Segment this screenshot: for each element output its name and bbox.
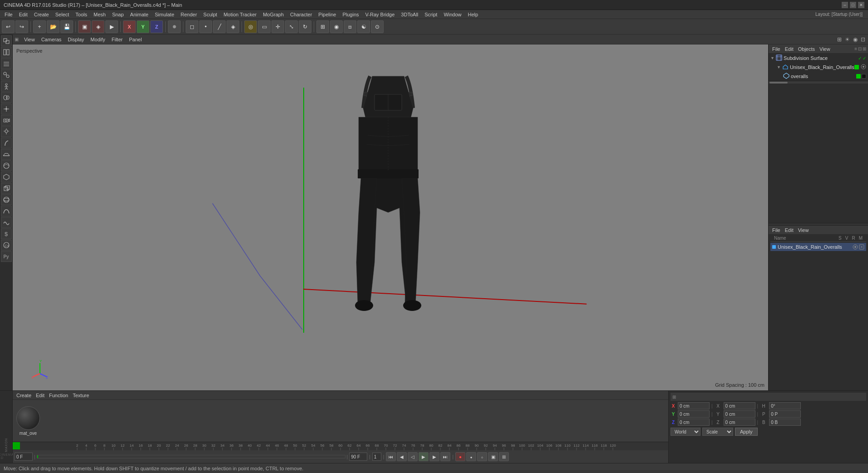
timeline-scrubber[interactable] [37,455,345,458]
render-region-button[interactable]: ▣ [78,20,91,33]
sidebar-floor[interactable] [1,149,12,160]
sidebar-object-mgr[interactable] [1,35,12,46]
obj-overalls-parent[interactable]: ▼ Unisex_Black_Rain_Overalls [769,63,868,72]
obj-overalls-mesh[interactable]: overalls [769,72,868,81]
sidebar-light[interactable] [1,126,12,137]
viewport-menu-cameras[interactable]: Cameras [39,36,64,43]
snap-button[interactable]: ⊞ [316,20,329,33]
attr-toolbar-edit[interactable]: Edit [783,227,795,234]
viewport-3d[interactable]: Perspective Grid Spacing : 100 cm [13,44,768,390]
maximize-button[interactable]: □ [850,2,856,8]
soft-select-button[interactable]: ◉ [330,20,343,33]
obj-toolbar-icon3[interactable]: ⊞ [863,46,866,51]
sidebar-view-mgr[interactable] [1,47,12,58]
tl-key-button[interactable]: ⬥ [466,452,476,461]
menu-help[interactable]: Help [465,11,481,18]
mat-toolbar-edit[interactable]: Edit [34,392,46,399]
tl-prev-frame-button[interactable]: ◀ [397,452,407,461]
tl-motion-button[interactable]: ▣ [488,452,498,461]
menu-mograph[interactable]: MoGraph [260,11,286,18]
rectangle-select-button[interactable]: ▭ [258,20,271,33]
sidebar-snake[interactable] [1,217,12,228]
coord-type-dropdown[interactable]: Scale Position Rotation [702,428,733,436]
x-axis-button[interactable]: X [123,20,136,33]
minimize-button[interactable]: – [842,2,848,8]
coord-z-pos[interactable] [678,419,710,426]
obj-toolbar-objects[interactable]: Objects [796,45,817,53]
coord-z-size[interactable] [724,419,755,426]
menu-character[interactable]: Character [287,11,315,18]
coord-x-pos[interactable] [678,402,710,409]
viewport-menu-panel[interactable]: Panel [126,36,144,43]
coord-y-size[interactable] [724,410,755,418]
menu-simulate[interactable]: Simulate [152,11,177,18]
menu-window[interactable]: Window [441,11,464,18]
menu-sculpt[interactable]: Sculpt [201,11,220,18]
mat-toolbar-function[interactable]: Function [47,392,70,399]
tl-next-frame-button[interactable]: ▶ [429,452,439,461]
sidebar-plane[interactable] [1,172,12,182]
point-mode-button[interactable]: • [199,20,212,33]
scale-button[interactable]: ⤡ [285,20,298,33]
save-button[interactable]: 💾 [60,20,73,33]
live-selection-button[interactable]: ◎ [244,20,257,33]
obj-toolbar-icon1[interactable]: ≡ [854,46,857,51]
obj-toolbar-file[interactable]: File [770,45,782,53]
menu-vray[interactable]: V-Ray Bridge [363,11,398,18]
coord-z-rot[interactable] [769,419,801,426]
menu-tools[interactable]: Tools [73,11,90,18]
close-button[interactable]: ✕ [858,2,864,8]
material-item[interactable]: mat_ove [16,406,40,436]
material-sphere[interactable] [16,406,40,430]
sym-button[interactable]: ⧈ [344,20,356,33]
tl-record-button[interactable]: ● [455,452,465,461]
menu-mesh[interactable]: Mesh [91,11,108,18]
sidebar-morph[interactable] [1,92,12,103]
coord-x-rot[interactable] [769,402,801,409]
world-axis-button[interactable]: ⊕ [168,20,181,33]
obj-subdivision-surface[interactable]: ▼ Subdivision Surface ✓ ✓ [769,54,868,63]
coord-space-dropdown[interactable]: World Object Camera [671,428,700,436]
rotate-button[interactable]: ↻ [299,20,311,33]
sidebar-cube[interactable] [1,183,12,194]
menu-create[interactable]: Create [31,11,52,18]
y-axis-button[interactable]: Y [137,20,149,33]
menu-pipeline[interactable]: Pipeline [316,11,339,18]
sidebar-s-icon[interactable]: $ [1,228,12,239]
sidebar-camera[interactable] [1,115,12,126]
viewport-icon-sun[interactable]: ☀ [844,36,851,43]
coord-y-rot[interactable] [769,410,801,418]
coord-y-pos[interactable] [678,410,710,418]
z-axis-button[interactable]: Z [150,20,163,33]
sidebar-sphere[interactable] [1,194,12,205]
new-button[interactable]: + [33,20,46,33]
menu-3dtoall[interactable]: 3DToAll [398,11,421,18]
sidebar-c4d[interactable]: C4 [1,240,12,251]
viewport-icon-expand[interactable]: ⊡ [860,36,866,43]
frame-step-input[interactable] [372,453,381,461]
redo-button[interactable]: ↪ [15,20,28,33]
sidebar-sky[interactable] [1,160,12,171]
menu-select[interactable]: Select [53,11,72,18]
menu-snap[interactable]: Snap [109,11,127,18]
menu-motion-tracker[interactable]: Motion Tracker [221,11,259,18]
viewport-menu-filter[interactable]: Filter [109,36,125,43]
obj-toolbar-edit[interactable]: Edit [783,45,795,53]
mat-toolbar-create[interactable]: Create [15,392,33,399]
attr-selected-object-row[interactable]: Unisex_Black_Rain_Overalls [770,243,866,251]
tl-go-start-button[interactable]: ⏮ [386,452,396,461]
sidebar-bend[interactable] [1,138,12,148]
sidebar-null[interactable] [1,103,12,114]
menu-script[interactable]: Script [422,11,440,18]
move-button[interactable]: ✛ [271,20,284,33]
tl-play-button[interactable]: ▶ [419,452,429,461]
tool6-button[interactable]: ☯ [357,20,370,33]
tl-play-reverse-button[interactable]: ◁ [408,452,418,461]
render-button[interactable]: ▶ [105,20,118,33]
render-view-button[interactable]: ◈ [92,20,104,33]
tl-more-button[interactable]: ⊞ [499,452,509,461]
viewport-menu-modify[interactable]: Modify [88,36,108,43]
open-button[interactable]: 📂 [47,20,59,33]
menu-animate[interactable]: Animate [128,11,151,18]
menu-edit[interactable]: Edit [16,11,30,18]
